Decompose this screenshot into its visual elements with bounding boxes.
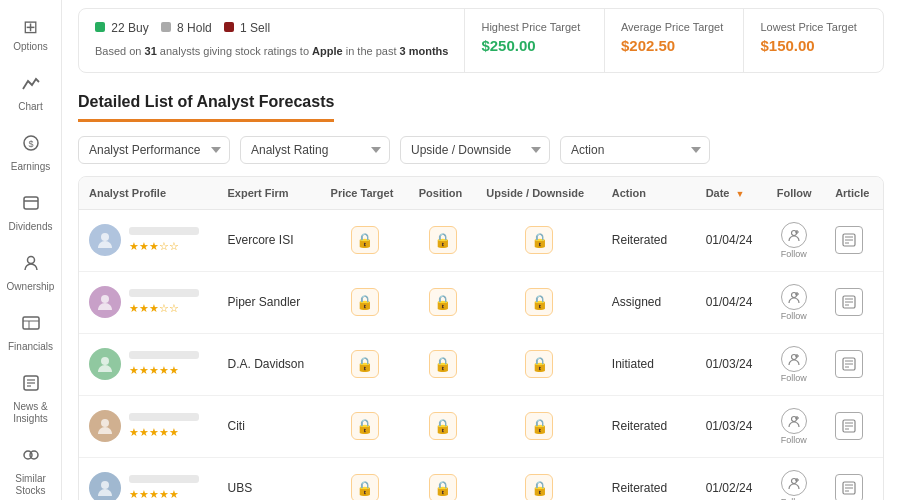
follow-label: Follow	[781, 435, 807, 445]
sidebar-item-label: Ownership	[7, 281, 55, 293]
sidebar-item-financials[interactable]: Financials	[3, 305, 59, 361]
sidebar-item-similar[interactable]: Similar Stocks	[3, 437, 59, 500]
sidebar-item-dividends[interactable]: Dividends	[3, 185, 59, 241]
article-cell	[825, 209, 883, 271]
sidebar-item-label: News & Insights	[9, 401, 53, 425]
date-cell: 01/03/24	[696, 333, 767, 395]
analyst-stars: ★★★★★	[129, 426, 199, 439]
upside-downside-cell: 🔒	[476, 395, 602, 457]
news-icon	[21, 373, 41, 398]
lock-icon: 🔒	[525, 350, 553, 378]
upside-downside-cell: 🔒	[476, 271, 602, 333]
follow-button[interactable]: Follow	[777, 280, 811, 325]
follow-button[interactable]: Follow	[777, 342, 811, 387]
analyst-profile-cell: ★★★☆☆	[79, 209, 218, 271]
follow-icon	[781, 408, 807, 434]
stats-bar: 22 Buy 8 Hold 1 Sell Based on 31 analyst…	[78, 8, 884, 73]
upside-downside-cell: 🔒	[476, 333, 602, 395]
avatar	[89, 348, 121, 380]
sidebar: ⊞ Options Chart $ Earnings Dividends Own…	[0, 0, 62, 500]
follow-icon	[781, 284, 807, 310]
svg-point-40	[791, 416, 796, 421]
expert-firm-cell: D.A. Davidson	[218, 333, 321, 395]
ownership-icon	[21, 253, 41, 278]
col-analyst-profile: Analyst Profile	[79, 177, 218, 210]
sort-icon: ▼	[736, 189, 745, 199]
action-badge: Assigned	[612, 295, 661, 309]
follow-cell: Follow	[767, 333, 825, 395]
lowest-price-target: Lowest Price Target $150.00	[744, 9, 883, 72]
sidebar-item-label: Dividends	[9, 221, 53, 233]
upside-downside-filter[interactable]: Upside / Downside	[400, 136, 550, 164]
article-button[interactable]	[835, 412, 863, 440]
price-target-cell: 🔒	[321, 333, 409, 395]
analyst-stars: ★★★★★	[129, 488, 199, 500]
col-position: Position	[409, 177, 477, 210]
follow-label: Follow	[781, 311, 807, 321]
sidebar-item-label: Financials	[8, 341, 53, 353]
table-row: ★★★☆☆ Evercore ISI 🔒 🔒 🔒	[79, 209, 883, 271]
col-upside-downside: Upside / Downside	[476, 177, 602, 210]
follow-button[interactable]: Follow	[777, 404, 811, 449]
follow-button[interactable]: Follow	[777, 218, 811, 263]
sidebar-item-ownership[interactable]: Ownership	[3, 245, 59, 301]
follow-icon	[781, 222, 807, 248]
article-button[interactable]	[835, 226, 863, 254]
sidebar-item-news[interactable]: News & Insights	[3, 365, 59, 433]
article-cell	[825, 333, 883, 395]
expert-firm-cell: Piper Sandler	[218, 271, 321, 333]
sidebar-item-label: Earnings	[11, 161, 50, 173]
action-filter[interactable]: Action	[560, 136, 710, 164]
follow-cell: Follow	[767, 395, 825, 457]
article-button[interactable]	[835, 474, 863, 500]
earnings-icon: $	[21, 133, 41, 158]
table-row: ★★★★★ D.A. Davidson 🔒 🔒 🔒	[79, 333, 883, 395]
sidebar-item-chart[interactable]: Chart	[3, 65, 59, 121]
lock-icon: 🔒	[525, 474, 553, 500]
lock-icon: 🔒	[351, 412, 379, 440]
avatar	[89, 224, 121, 256]
lowest-label: Lowest Price Target	[760, 21, 867, 33]
sidebar-item-earnings[interactable]: $ Earnings	[3, 125, 59, 181]
position-cell: 🔒	[409, 395, 477, 457]
position-cell: 🔒	[409, 209, 477, 271]
analyst-name-block: ★★★★★	[129, 413, 199, 439]
col-date[interactable]: Date ▼	[696, 177, 767, 210]
article-button[interactable]	[835, 288, 863, 316]
highest-label: Highest Price Target	[481, 21, 588, 33]
section-title: Detailed List of Analyst Forecasts	[78, 93, 334, 122]
price-target-cell: 🔒	[321, 209, 409, 271]
date-cell: 01/04/24	[696, 271, 767, 333]
follow-button[interactable]: Follow	[777, 466, 811, 501]
article-button[interactable]	[835, 350, 863, 378]
stats-legend-section: 22 Buy 8 Hold 1 Sell Based on 31 analyst…	[79, 9, 465, 72]
svg-point-13	[30, 451, 38, 459]
analyst-performance-filter[interactable]: Analyst Performance	[78, 136, 230, 164]
buy-dot	[95, 22, 105, 32]
col-action: Action	[602, 177, 696, 210]
follow-label: Follow	[781, 249, 807, 259]
date-cell: 01/03/24	[696, 395, 767, 457]
follow-label: Follow	[781, 373, 807, 383]
sidebar-item-options[interactable]: ⊞ Options	[3, 8, 59, 61]
avatar	[89, 472, 121, 500]
sidebar-item-label: Chart	[18, 101, 42, 113]
lock-icon: 🔒	[525, 288, 553, 316]
action-cell: Reiterated	[602, 209, 696, 271]
svg-point-15	[101, 233, 109, 241]
lock-icon: 🔒	[525, 412, 553, 440]
sell-legend: 1 Sell	[224, 21, 270, 35]
svg-point-4	[27, 257, 34, 264]
analyst-rating-filter[interactable]: Analyst Rating	[240, 136, 390, 164]
hold-dot	[161, 22, 171, 32]
average-label: Average Price Target	[621, 21, 728, 33]
dividends-icon	[21, 193, 41, 218]
analyst-profile-cell: ★★★★★	[79, 333, 218, 395]
svg-rect-5	[23, 317, 39, 329]
upside-downside-cell: 🔒	[476, 457, 602, 500]
article-cell	[825, 457, 883, 500]
date-cell: 01/02/24	[696, 457, 767, 500]
svg-point-31	[101, 357, 109, 365]
analyst-stars: ★★★☆☆	[129, 240, 199, 253]
lock-icon: 🔒	[429, 350, 457, 378]
